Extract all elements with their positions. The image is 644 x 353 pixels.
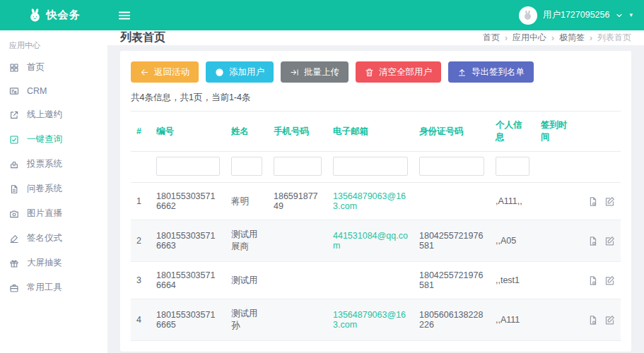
check-square-icon bbox=[9, 135, 19, 145]
email-link[interactable]: 13564879063@163.com bbox=[333, 191, 406, 211]
file-export-icon[interactable] bbox=[587, 236, 598, 246]
breadcrumb-item[interactable]: 极简签 bbox=[559, 32, 585, 44]
edit-icon[interactable] bbox=[604, 315, 615, 325]
page-title: 列表首页 bbox=[120, 30, 165, 45]
sidebar-item-label: 线上邀约 bbox=[27, 109, 62, 121]
button-label: 添加用户 bbox=[229, 66, 264, 78]
cell-number: 1801553035716665 bbox=[151, 299, 226, 341]
sidebar-item-label: 图片直播 bbox=[27, 208, 62, 220]
cell-index: 4 bbox=[131, 299, 151, 341]
batch-upload-button[interactable]: 批量上传 bbox=[281, 61, 349, 83]
breadcrumb-item[interactable]: 应用中心 bbox=[513, 32, 546, 44]
table-header-row: #编号姓名手机号码电子邮箱身份证号码个人信息签到时间 bbox=[131, 112, 621, 152]
cell-index: 3 bbox=[131, 262, 151, 299]
sidebar-item-tools[interactable]: 常用工具 bbox=[0, 275, 107, 300]
sidebar-item-home[interactable]: 首页 bbox=[0, 55, 107, 80]
edit-icon[interactable] bbox=[604, 196, 615, 207]
user-menu[interactable]: 用户1727095256 ▾ bbox=[519, 6, 644, 25]
file-export-icon[interactable] bbox=[587, 315, 598, 325]
user-table: #编号姓名手机号码电子邮箱身份证号码个人信息签到时间 1180155303571… bbox=[131, 111, 621, 341]
sidebar-item-invite[interactable]: 线上邀约 bbox=[0, 102, 107, 127]
column-header-phone: 手机号码 bbox=[268, 112, 327, 152]
main-area: 列表首页 首页›应用中心›极简签›列表首页 返回活动添加用户批量上传清空全部用户… bbox=[107, 30, 644, 353]
cell-actions bbox=[576, 262, 621, 299]
sidebar-item-label: 一键查询 bbox=[27, 133, 62, 145]
filter-input-info[interactable] bbox=[496, 157, 529, 176]
filter-row bbox=[131, 152, 621, 183]
result-summary: 共4条信息，共1页，当前1-4条 bbox=[131, 92, 621, 104]
column-header-actions bbox=[576, 112, 621, 152]
cell-checkin bbox=[535, 262, 576, 299]
title-bar: 列表首页 首页›应用中心›极简签›列表首页 bbox=[107, 30, 644, 45]
filter-input-email[interactable] bbox=[333, 157, 408, 176]
sidebar-section-label: 应用中心 bbox=[0, 40, 107, 55]
cell-idcard: 1804255721976581 bbox=[414, 262, 490, 299]
back-activity-button[interactable]: 返回活动 bbox=[131, 61, 199, 83]
cell-number: 1801553035716663 bbox=[151, 220, 226, 262]
breadcrumb-item[interactable]: 首页 bbox=[483, 32, 500, 44]
sidebar: 应用中心 首页CRM线上邀约一键查询投票系统问卷系统图片直播签名仪式大屏抽奖常用… bbox=[0, 30, 107, 353]
arrow-left-icon bbox=[140, 68, 149, 77]
cell-email bbox=[327, 262, 414, 299]
plus-circle-icon bbox=[215, 68, 224, 77]
file-export-icon[interactable] bbox=[587, 275, 598, 286]
rabbit-logo-icon bbox=[28, 8, 42, 23]
chevron-down-icon bbox=[615, 11, 623, 20]
filter-input-name[interactable] bbox=[231, 157, 262, 176]
cell-name: 蒋明 bbox=[226, 183, 268, 220]
caret-down-icon: ▾ bbox=[629, 12, 633, 18]
edit-icon[interactable] bbox=[604, 236, 615, 246]
edit-icon[interactable] bbox=[604, 275, 615, 286]
cell-checkin bbox=[535, 220, 576, 262]
export-up-icon bbox=[457, 68, 467, 77]
home-grid-icon bbox=[9, 63, 19, 73]
cell-phone bbox=[268, 299, 327, 341]
sidebar-item-label: 大屏抽奖 bbox=[27, 257, 62, 269]
cell-email: 441531084@qq.com bbox=[327, 220, 414, 262]
survey-file-icon bbox=[9, 184, 19, 194]
filter-input-idcard[interactable] bbox=[419, 157, 484, 176]
add-user-button[interactable]: 添加用户 bbox=[206, 61, 274, 83]
file-export-icon[interactable] bbox=[587, 196, 598, 207]
batch-arrow-icon bbox=[290, 68, 299, 77]
sidebar-item-vote[interactable]: 投票系统 bbox=[0, 152, 107, 176]
column-header-checkin: 签到时间 bbox=[535, 112, 576, 152]
menu-toggle-icon[interactable] bbox=[117, 8, 131, 23]
table-row: 41801553035716665测试用孙13564879063@163.com… bbox=[131, 299, 621, 341]
app-header: 快会务 用户1727095256 ▾ bbox=[0, 0, 644, 30]
export-list-button[interactable]: 导出签到名单 bbox=[448, 61, 534, 83]
cell-index: 2 bbox=[131, 220, 151, 262]
sidebar-item-crm[interactable]: CRM bbox=[0, 80, 107, 102]
email-link[interactable]: 441531084@qq.com bbox=[333, 231, 408, 251]
column-header-idcard: 身份证号码 bbox=[414, 112, 490, 152]
cell-name: 测试用孙 bbox=[226, 299, 268, 341]
sidebar-item-label: 投票系统 bbox=[27, 158, 62, 170]
cell-name: 测试用 bbox=[226, 262, 268, 299]
cell-info: ,A111,, bbox=[490, 183, 535, 220]
column-header-index: # bbox=[131, 112, 151, 152]
sidebar-item-sign[interactable]: 签名仪式 bbox=[0, 226, 107, 251]
brand-logo[interactable]: 快会务 bbox=[0, 8, 107, 23]
cell-idcard: 1805606138228226 bbox=[414, 299, 490, 341]
filter-input-phone[interactable] bbox=[274, 157, 322, 176]
avatar bbox=[519, 6, 537, 25]
signature-icon bbox=[9, 234, 19, 244]
filter-input-number[interactable] bbox=[156, 157, 220, 176]
sidebar-item-survey[interactable]: 问卷系统 bbox=[0, 176, 107, 201]
cell-checkin bbox=[535, 183, 576, 220]
button-label: 批量上传 bbox=[304, 66, 339, 78]
email-link[interactable]: 13564879063@163.com bbox=[333, 310, 406, 330]
table-row: 21801553035716663测试用展商441531084@qq.com18… bbox=[131, 220, 621, 262]
cell-phone bbox=[268, 220, 327, 262]
user-name: 用户1727095256 bbox=[543, 9, 610, 21]
cell-idcard: 1804255721976581 bbox=[414, 220, 490, 262]
brand-name: 快会务 bbox=[47, 8, 81, 22]
clear-users-button[interactable]: 清空全部用户 bbox=[356, 61, 441, 83]
crm-card-icon bbox=[9, 86, 19, 96]
cell-info: ,,A111 bbox=[490, 299, 535, 341]
sidebar-item-photo[interactable]: 图片直播 bbox=[0, 201, 107, 226]
button-label: 返回活动 bbox=[154, 66, 189, 78]
toolbar: 返回活动添加用户批量上传清空全部用户导出签到名单 bbox=[131, 61, 621, 83]
sidebar-item-query[interactable]: 一键查询 bbox=[0, 127, 107, 152]
sidebar-item-lottery[interactable]: 大屏抽奖 bbox=[0, 251, 107, 275]
